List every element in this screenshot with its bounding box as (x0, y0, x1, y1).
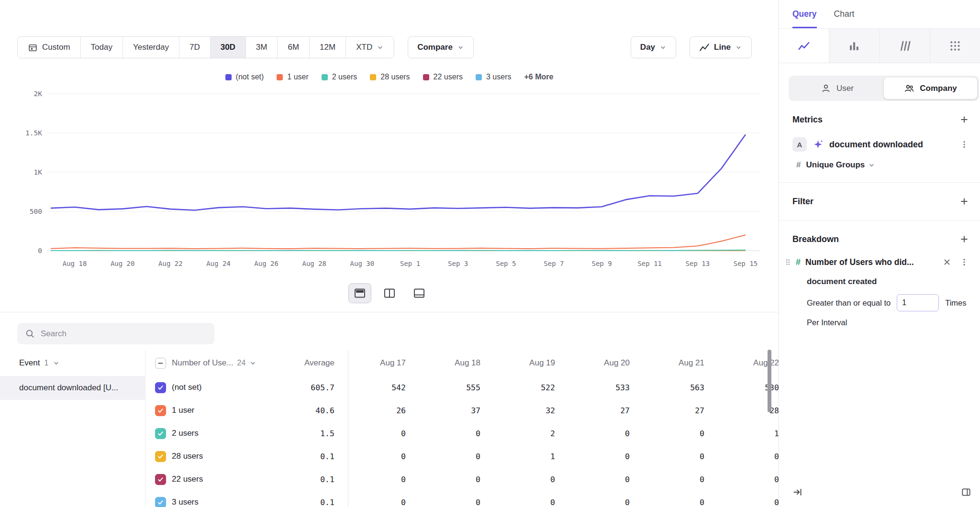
metrics-section-head: Metrics (792, 113, 970, 126)
legend-item[interactable]: 3 users (476, 73, 511, 81)
breakdown-card-title[interactable]: Number of Users who did... (805, 257, 936, 267)
row-checkbox[interactable] (155, 382, 166, 393)
breakdown-interval[interactable]: Per Interval (807, 318, 970, 327)
tab-chart[interactable]: Chart (834, 0, 855, 28)
line-chart-icon (797, 39, 811, 53)
add-filter-button[interactable] (958, 195, 970, 208)
search-row (0, 312, 779, 344)
metrics-title: Metrics (792, 115, 823, 125)
row-checkbox[interactable] (155, 405, 166, 416)
search-input[interactable] (41, 329, 207, 339)
row-checkbox[interactable] (155, 497, 166, 507)
vertical-scrollbar[interactable] (768, 350, 771, 412)
breakdown-event[interactable]: document created (807, 277, 970, 287)
panel-tabs: Query Chart (779, 0, 980, 29)
range-12m-button[interactable]: 12M (310, 37, 346, 58)
date-column-header[interactable]: Aug 20 (572, 358, 647, 368)
svg-text:Aug 28: Aug 28 (302, 260, 326, 267)
range-xtd-button[interactable]: XTD (346, 37, 394, 58)
range-30d-button[interactable]: 30D (211, 37, 246, 58)
chart-kind-line-button[interactable] (779, 29, 829, 63)
row-value: 1 (722, 429, 779, 438)
add-metric-button[interactable] (958, 113, 970, 126)
row-checkbox[interactable] (155, 451, 166, 462)
chart-kind-more-button[interactable] (930, 29, 980, 63)
svg-text:Sep 15: Sep 15 (734, 260, 758, 267)
row-value: 0 (722, 475, 779, 484)
range-yesterday-button[interactable]: Yesterday (123, 37, 179, 58)
group-header-button[interactable]: Number of Use... 24 (172, 358, 256, 368)
event-column: Event 1 document downloaded [U... (0, 350, 145, 507)
date-column-header[interactable]: Aug 19 (498, 358, 572, 368)
view-full-chart-button[interactable] (408, 283, 431, 303)
breakdown-condition-label[interactable]: Greater than or equal to (807, 298, 891, 308)
legend-item[interactable]: 22 users (423, 73, 463, 81)
table-row: 22 users0.1000000 (145, 468, 779, 491)
breakdown-unit-label: Times (945, 298, 966, 308)
row-value: 0 (572, 498, 647, 507)
chart-kind-bar-button[interactable] (829, 29, 880, 63)
audience-toggle: User Company (789, 76, 979, 101)
range-custom-button[interactable]: Custom (18, 37, 81, 58)
audience-user-option[interactable]: User (791, 77, 884, 99)
interval-button[interactable]: Day (631, 36, 676, 58)
range-7d-button[interactable]: 7D (179, 37, 211, 58)
row-group-cell: 28 users (145, 451, 279, 462)
legend-item[interactable]: 1 user (277, 73, 308, 81)
interval-label: Day (640, 43, 655, 52)
svg-text:Sep 7: Sep 7 (544, 260, 564, 267)
legend-swatch (225, 74, 232, 80)
breakdown-close-button[interactable] (941, 256, 953, 268)
breakdown-value-input[interactable] (897, 294, 939, 311)
view-split-vertical-button[interactable] (378, 283, 401, 303)
row-average: 0.1 (279, 468, 348, 491)
tab-query[interactable]: Query (792, 0, 817, 28)
row-value: 26 (348, 406, 423, 415)
line-chart-svg[interactable]: 05001K1.5K2KAug 18Aug 20Aug 22Aug 24Aug … (7, 82, 772, 276)
legend-more-button[interactable]: +6 More (524, 73, 553, 81)
legend-item[interactable]: 28 users (370, 73, 410, 81)
search-box[interactable] (17, 323, 214, 344)
filter-section-head: Filter (792, 195, 970, 208)
row-value: 0 (647, 429, 722, 438)
table-body: (not set)605.75425555225335635301 user40… (145, 376, 779, 507)
panel-layout-button[interactable] (959, 485, 973, 499)
legend-swatch (322, 74, 328, 80)
view-split-horizontal-button[interactable] (348, 283, 371, 303)
chart-kind-flow-button[interactable] (880, 29, 930, 63)
breakdown-menu-button[interactable] (958, 256, 970, 268)
row-checkbox[interactable] (155, 428, 166, 439)
average-column-header[interactable]: Average (279, 350, 348, 376)
legend-item[interactable]: (not set) (225, 73, 264, 81)
metric-item[interactable]: A document downloaded (792, 137, 970, 152)
range-3m-button[interactable]: 3M (246, 37, 278, 58)
split-vertical-icon (383, 287, 396, 299)
compare-button[interactable]: Compare (408, 36, 474, 58)
event-column-header[interactable]: Event 1 (0, 350, 145, 376)
collapse-panel-button[interactable] (791, 485, 805, 499)
bar-chart-icon (847, 39, 861, 53)
legend-item[interactable]: 2 users (322, 73, 357, 81)
event-list-item[interactable]: document downloaded [U... (0, 376, 145, 400)
range-6m-button[interactable]: 6M (278, 37, 310, 58)
drag-handle-icon[interactable] (785, 258, 791, 266)
add-breakdown-button[interactable] (958, 233, 970, 245)
chevron-down-icon (735, 44, 742, 51)
row-average: 0.1 (279, 445, 348, 468)
measure-selector[interactable]: Unique Groups (806, 160, 875, 170)
range-today-button[interactable]: Today (81, 37, 123, 58)
date-column-header[interactable]: Aug 18 (423, 358, 498, 368)
date-column-header[interactable]: Aug 17 (348, 358, 423, 368)
audience-company-option[interactable]: Company (884, 77, 977, 99)
svg-text:500: 500 (30, 208, 42, 215)
row-value: 0 (572, 475, 647, 484)
date-column-header[interactable]: Aug 21 (647, 358, 722, 368)
select-all-checkbox[interactable] (155, 358, 166, 369)
breakdown-condition-row: Greater than or equal to Times (807, 294, 970, 311)
legend-swatch (476, 74, 482, 80)
metric-menu-button[interactable] (958, 138, 970, 151)
hash-icon: # (796, 160, 801, 170)
row-checkbox[interactable] (155, 474, 166, 485)
measure-label: Unique Groups (806, 160, 865, 170)
chart-type-button[interactable]: Line (690, 36, 752, 58)
